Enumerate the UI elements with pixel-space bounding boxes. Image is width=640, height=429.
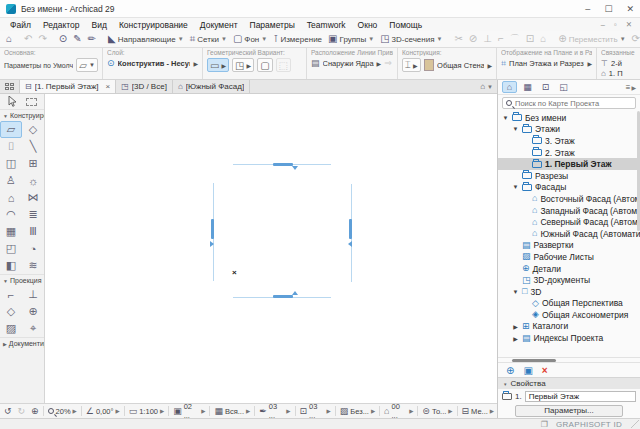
rotate-button[interactable]: ⟳По: [629, 33, 640, 45]
section-tool[interactable]: ⌐: [0, 286, 22, 303]
tab-south-elevation[interactable]: ⌂[Южный Фасад]: [173, 80, 250, 93]
move-button[interactable]: ⊕Переместить▼: [555, 33, 628, 45]
scale-button[interactable]: ▭1:100▶: [126, 404, 168, 418]
menu-окно[interactable]: Окно: [352, 20, 384, 30]
tree-item[interactable]: ◳3D-документы: [498, 274, 640, 286]
menu-файл[interactable]: Файл: [4, 20, 37, 30]
zone-tool[interactable]: ⋈: [22, 189, 44, 206]
navigator-menu-button[interactable]: ≡▶: [626, 83, 636, 92]
curtain-wall-tool[interactable]: ◰: [0, 240, 22, 257]
tree-item[interactable]: 2. Этаж: [498, 147, 640, 159]
geometry-straight-button[interactable]: ▭▶: [207, 58, 229, 72]
door-tool[interactable]: ◫: [0, 155, 22, 172]
tree-expand-arrow-icon[interactable]: ▼: [512, 289, 519, 295]
slab-tool[interactable]: ◇: [22, 121, 44, 138]
tree-item[interactable]: ⌂Южный Фасад (Автоматическ: [498, 228, 640, 240]
tree-expand-arrow-icon[interactable]: ▶: [512, 335, 519, 342]
menu-помощь[interactable]: Помощь: [383, 20, 428, 30]
tree-expand-arrow-icon[interactable]: ▼: [502, 115, 509, 121]
view-map-icon[interactable]: ▦: [520, 81, 535, 93]
tree-item[interactable]: ▤Развертки: [498, 240, 640, 252]
guides-button[interactable]: ◣Направляющие▼: [105, 33, 187, 45]
tree-expand-arrow-icon[interactable]: ▼: [512, 184, 519, 190]
display-selector[interactable]: ⌗ План Этажа и Разрез... ▶: [501, 58, 592, 69]
menu-конструирование[interactable]: Конструирование: [113, 20, 194, 30]
window-restore-icon[interactable]: ❐: [541, 420, 548, 429]
menu-параметры[interactable]: Параметры: [244, 20, 301, 30]
wall-tool[interactable]: ▱: [0, 121, 22, 138]
doc-minimize-button[interactable]: –: [601, 20, 605, 29]
tree-item[interactable]: ⊕Детали: [498, 263, 640, 275]
wall-default-settings-button[interactable]: ▱▼: [76, 58, 98, 72]
north-elevation-marker[interactable]: [273, 163, 293, 166]
mesh-tool[interactable]: ▦: [0, 223, 22, 240]
home-button[interactable]: ⌂: [3, 33, 15, 45]
tree-item[interactable]: ⌂Северный Фасад (Автоматиче: [498, 216, 640, 228]
doc-maximize-button[interactable]: ▫: [614, 20, 617, 29]
grids-button[interactable]: ⌗Сетки▼: [187, 33, 230, 45]
resize-grip[interactable]: [631, 420, 639, 428]
layout-book-icon[interactable]: ⊡: [538, 81, 553, 93]
split-button[interactable]: ✂: [451, 33, 465, 45]
adjust-button[interactable]: ⊘: [466, 33, 480, 45]
redo-button[interactable]: ↷: [35, 33, 49, 45]
skylight-tool[interactable]: ≋: [22, 257, 44, 274]
window-tool[interactable]: ⊞: [22, 155, 44, 172]
tree-item[interactable]: ▶⊞Каталоги: [498, 321, 640, 333]
layer-combination-button[interactable]: ▣02 ...▶: [170, 404, 208, 418]
delete-button[interactable]: ×: [542, 365, 548, 376]
stretch-button[interactable]: ⌂: [537, 33, 549, 45]
tree-item[interactable]: ▼Фасады: [498, 182, 640, 194]
trim-button[interactable]: ⊥: [480, 33, 495, 45]
marquee-tool[interactable]: [26, 98, 37, 106]
graphisoft-id-label[interactable]: GRAPHISOFT ID: [556, 420, 622, 429]
properties-header[interactable]: ▾ Свойства: [498, 377, 640, 389]
interior-elevation-tool[interactable]: ◇: [0, 303, 22, 320]
geometry-curved-button[interactable]: ◳▶: [232, 58, 254, 72]
tree-item[interactable]: ⌂Западный Фасад (Автоматиче: [498, 205, 640, 217]
tab-3d-all[interactable]: ◳[3D / Все]: [116, 80, 173, 93]
shell-tool[interactable]: ◠: [0, 206, 22, 223]
measure-button[interactable]: ⊺Измерение: [270, 33, 325, 45]
south-elevation-marker[interactable]: [273, 295, 293, 298]
tree-expand-arrow-icon[interactable]: ▼: [512, 126, 519, 132]
tree-item[interactable]: ▼Этажи: [498, 124, 640, 136]
tab-overflow-button[interactable]: ⌂▼: [476, 80, 497, 93]
menu-вид[interactable]: Вид: [86, 20, 113, 30]
model-view-options-button[interactable]: ⊡03 ...▶: [296, 404, 333, 418]
home-story[interactable]: ⌂1. П: [601, 68, 636, 78]
tree-item[interactable]: ◇Общая Перспектива: [498, 298, 640, 310]
graphic-override-button[interactable]: ▨Без...▶: [337, 404, 378, 418]
worksheet-tool[interactable]: ▨: [0, 320, 22, 337]
tree-item[interactable]: 1. Первый Этаж: [498, 158, 640, 170]
menu-документ[interactable]: Документ: [194, 20, 244, 30]
pick-up-parameters-button[interactable]: ⊙: [56, 33, 70, 45]
column-tool[interactable]: ⌷: [0, 138, 22, 155]
fillet-button[interactable]: ⌒: [507, 33, 523, 45]
railing-tool[interactable]: Ⅲ: [22, 223, 44, 240]
quad-view-button[interactable]: [0, 80, 20, 93]
tab-close-icon[interactable]: ×: [106, 82, 111, 91]
pen-set-button[interactable]: ✒03 ...▶: [256, 404, 293, 418]
previous-zoom-button[interactable]: ↺: [1, 404, 15, 418]
undo-button[interactable]: ↶: [21, 33, 35, 45]
project-map-icon[interactable]: ⌂: [502, 81, 517, 93]
stair-tool[interactable]: ≣: [22, 206, 44, 223]
zoom-level-button[interactable]: 20%▶: [45, 404, 80, 418]
camera-tool[interactable]: ⌖: [22, 320, 44, 337]
structure-display-button[interactable]: ▦Вся...▶: [211, 404, 253, 418]
menu-teamwork[interactable]: Teamwork: [301, 20, 352, 30]
detail-tool[interactable]: ⊕: [22, 303, 44, 320]
settings-button[interactable]: Параметры...: [515, 405, 623, 417]
layer-selector[interactable]: ⊙ Конструктив - Несущие ... ▶: [107, 58, 198, 68]
tree-horizontal-scrollbar[interactable]: [498, 357, 640, 362]
syringe-button[interactable]: ✏: [85, 33, 99, 45]
roof-tool[interactable]: ⌂: [0, 189, 22, 206]
tree-item[interactable]: Разрезы: [498, 170, 640, 182]
minimize-button[interactable]: –: [585, 4, 590, 14]
display-option-button[interactable]: ⊜То...▶: [419, 404, 455, 418]
tree-item[interactable]: ◈Общая Аксонометрия: [498, 309, 640, 321]
tree-item[interactable]: ▼□3D: [498, 286, 640, 298]
search-input[interactable]: [515, 99, 632, 108]
geometry-trapezoid-button[interactable]: ▢: [257, 58, 272, 72]
